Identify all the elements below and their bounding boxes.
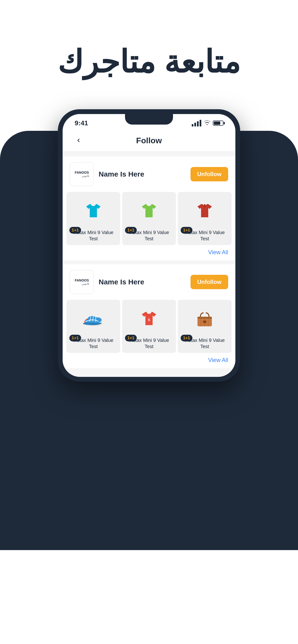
products-grid-1: 1+1 Instax Mini 9 Value Test (63, 192, 235, 245)
view-all-link-1[interactable]: View All (208, 249, 228, 256)
nav-bar: Follow (63, 130, 235, 152)
store-logo-1: FANOOS فانوس (70, 162, 94, 186)
svg-rect-0 (204, 204, 205, 208)
store-logo-2: FANOOS فانوس (70, 270, 94, 294)
badge-1-3: 1+1 (181, 227, 192, 234)
page-wrapper: متابعة متاجرك 9:41 (0, 0, 298, 644)
badge-2-1: 1+1 (69, 335, 81, 342)
store-name-1: Name Is Here (99, 170, 186, 178)
product-image-1-2 (124, 196, 174, 227)
badge-2-3: 1+1 (181, 335, 192, 342)
signal-bar-4 (200, 120, 201, 126)
store-header-1: FANOOS فانوس Name Is Here Unfollow (63, 156, 235, 192)
svg-text:S: S (148, 318, 150, 322)
products-grid-2: 1+1 Instax Mini 9 Value Test S (63, 300, 235, 353)
product-image-1-3 (180, 196, 229, 227)
hero-section: متابعة متاجرك (0, 0, 298, 95)
store-card-2: FANOOS فانوس Name Is Here Unfollow (63, 264, 235, 368)
sneaker-blue-icon (83, 311, 104, 328)
badge-2-2: 1+1 (125, 335, 137, 342)
signal-bar-1 (192, 124, 193, 126)
signal-bars-icon (192, 120, 201, 126)
signal-bar-2 (194, 123, 196, 126)
unfollow-button-1[interactable]: Unfollow (191, 167, 228, 181)
tshirt-red2-icon: S (139, 310, 159, 329)
product-image-1-1 (69, 196, 118, 227)
phone-section: 9:41 (0, 95, 298, 550)
store-card-1: FANOOS فانوس Name Is Here Unfollow (63, 156, 235, 260)
nav-title: Follow (85, 136, 213, 145)
product-image-2-2: S (124, 304, 174, 335)
store-name-2: Name Is Here (99, 278, 186, 286)
view-all-row-1: View All (63, 245, 235, 260)
tshirt-red-icon (195, 202, 214, 221)
signal-bar-3 (197, 121, 199, 126)
wifi-icon (204, 120, 210, 126)
product-image-2-1 (69, 304, 118, 335)
unfollow-button-2[interactable]: Unfollow (191, 275, 228, 289)
phone-inner: 9:41 (63, 114, 235, 377)
tshirt-blue-icon (84, 202, 103, 221)
product-item-1-2[interactable]: 1+1 Instax Mini 9 Value Test (122, 192, 176, 245)
battery-icon (213, 120, 223, 126)
battery-fill (214, 122, 220, 125)
bag-brown-icon (195, 310, 214, 329)
product-item-1-3[interactable]: 1+1 Instax Mini 9 Value Test (178, 192, 232, 245)
notch (125, 114, 173, 124)
product-item-1-1[interactable]: 1+1 Instax Mini 9 Value Test (66, 192, 120, 245)
badge-1-2: 1+1 (125, 227, 137, 234)
tshirt-green-icon (139, 202, 159, 221)
fanoos-logo-2: FANOOS فانوس (75, 279, 89, 285)
product-item-2-2[interactable]: S 1+1 Instax Mini 9 Value Test (122, 300, 176, 353)
back-button[interactable] (72, 134, 85, 146)
content-area: FANOOS فانوس Name Is Here Unfollow (63, 152, 235, 377)
status-icons (192, 120, 223, 126)
status-time: 9:41 (75, 119, 88, 127)
view-all-link-2[interactable]: View All (208, 357, 228, 363)
product-image-2-3 (180, 304, 229, 335)
product-item-2-3[interactable]: 1+1 Instax Mini 9 Value Test (178, 300, 232, 353)
svg-rect-8 (203, 320, 206, 323)
product-item-2-1[interactable]: 1+1 Instax Mini 9 Value Test (66, 300, 120, 353)
arabic-title: متابعة متاجرك (19, 43, 279, 80)
phone-mockup: 9:41 (58, 109, 240, 382)
view-all-row-2: View All (63, 353, 235, 368)
store-header-2: FANOOS فانوس Name Is Here Unfollow (63, 264, 235, 300)
svg-rect-4 (198, 317, 212, 319)
badge-1-1: 1+1 (69, 227, 81, 234)
fanoos-logo-1: FANOOS فانوس (75, 171, 89, 178)
